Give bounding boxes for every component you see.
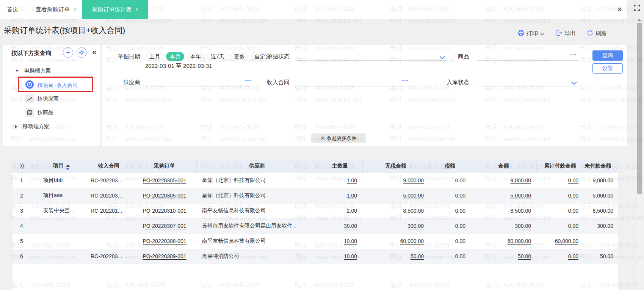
date-pill-本月[interactable]: 本月 xyxy=(166,52,184,61)
cell-project: 项目aaa xyxy=(38,188,85,203)
supplier-input[interactable]: ••• xyxy=(146,77,254,86)
sidebar-item-project-contract[interactable]: 按项目+收入合同 xyxy=(25,80,78,90)
add-plan-button[interactable]: + xyxy=(63,47,73,58)
more-options-icon[interactable]: ••• xyxy=(245,78,252,83)
cell-qty-link[interactable]: 1.00 xyxy=(318,173,362,188)
close-icon[interactable]: × xyxy=(617,0,622,19)
cell-untaxed-link[interactable]: 50.00 xyxy=(362,249,429,264)
cell-po-link[interactable]: PO-20220305-001 xyxy=(133,173,196,188)
cell-untaxed-link[interactable]: 60,000.00 xyxy=(362,234,429,249)
more-options-icon[interactable]: ••• xyxy=(570,52,577,57)
contract-input[interactable]: ••• xyxy=(297,77,411,86)
column-header-supplier[interactable]: 供应商 xyxy=(196,159,318,173)
cell-amount-link[interactable]: 300.00 xyxy=(471,218,536,234)
date-pill-本年[interactable]: 本年 xyxy=(186,52,205,61)
date-filter-label: 单据日期 xyxy=(114,53,140,60)
cell-po-link[interactable]: PO-20220305-001 xyxy=(133,188,196,203)
collapse-sidebar-icon[interactable]: « xyxy=(92,48,96,56)
column-header-unpaid-amount[interactable]: 未付款金额 xyxy=(584,159,618,173)
query-button[interactable]: 查询 xyxy=(592,50,623,61)
cell-amount-link[interactable]: 60,000.00 xyxy=(471,234,536,249)
cell-paid-link[interactable]: 0.00 xyxy=(536,203,584,218)
cell-paid-link[interactable]: 60,000.00 xyxy=(536,234,584,249)
tab-home[interactable]: 首页 xyxy=(7,0,18,19)
cell-qty-link[interactable]: 2.00 xyxy=(318,203,362,218)
cell-po-link[interactable]: PO-20220307-001 xyxy=(133,218,196,234)
status-select[interactable] xyxy=(297,51,447,61)
tab-purchase-order-stats[interactable]: 采购订单统计表 × xyxy=(82,0,148,19)
date-range-value[interactable]: 2022-03-01 至 2022-03-31 xyxy=(145,63,212,70)
row-number: 4 xyxy=(13,218,38,234)
chevron-down-icon[interactable] xyxy=(571,80,577,86)
cell-po-link[interactable]: PO-20220308-001 xyxy=(133,234,196,249)
cell-paid-link[interactable]: 0.00 xyxy=(536,173,584,188)
date-pill-近7天[interactable]: 近7天 xyxy=(207,52,228,61)
cell-po-link[interactable]: PO-20220310-001 xyxy=(133,203,196,218)
fullscreen-icon[interactable] xyxy=(634,5,640,13)
cell-unpaid: 9,000.00 xyxy=(584,173,618,188)
close-tab-icon[interactable]: × xyxy=(135,6,138,13)
column-header-amount[interactable]: 金额 xyxy=(471,159,536,173)
results-table-panel: 项目 收入合同 采购订单 供应商 主数量 无税金额 税额 金额 累计付款金额 未… xyxy=(13,159,618,290)
list-icon xyxy=(25,108,34,117)
stockin-select[interactable] xyxy=(477,77,579,86)
print-button[interactable]: 打印 xyxy=(518,30,544,37)
column-header-paid-amount[interactable]: 累计付款金额 xyxy=(536,159,584,173)
export-button[interactable]: 导出 xyxy=(556,30,576,37)
cell-amount-link[interactable]: 50.00 xyxy=(471,249,536,264)
cell-paid-link[interactable]: 0.00 xyxy=(536,249,584,264)
column-header-contract[interactable]: 收入合同 xyxy=(85,159,133,173)
sidebar-item-supplier[interactable]: 按供应商 xyxy=(25,94,59,103)
cell-paid-link[interactable]: 0.00 xyxy=(536,188,584,203)
date-pill-上月[interactable]: 上月 xyxy=(146,52,164,61)
cell-supplier: 星知（北京）科技有限公司 xyxy=(196,188,318,203)
row-number: 1 xyxy=(13,173,38,188)
cell-qty-link[interactable]: 10.00 xyxy=(318,249,362,264)
cell-paid-link[interactable]: 0.00 xyxy=(536,218,584,234)
row-number: 5 xyxy=(13,234,38,249)
column-header-project[interactable]: 项目 xyxy=(38,159,85,173)
sidebar-title: 按以下方案查询 xyxy=(11,50,51,57)
scrollbar-thumb[interactable] xyxy=(637,23,642,194)
cell-supplier: 南平友畅信息科技有限公司 xyxy=(196,203,318,218)
close-tab-icon[interactable]: × xyxy=(74,6,77,13)
column-header-tax[interactable]: 税额 xyxy=(429,159,471,173)
sidebar-group-pc[interactable]: 电脑端方案 xyxy=(15,67,51,74)
sort-icon[interactable] xyxy=(66,165,70,170)
cell-untaxed-link[interactable]: 300.00 xyxy=(362,218,429,234)
more-options-icon[interactable]: ••• xyxy=(402,78,409,83)
app-window: 首页 查看采购订单 × 采购订单统计表 × × 采购订单统计表(按项目+收入合同… xyxy=(0,0,644,290)
contract-filter-label: 收入合同 xyxy=(263,79,290,86)
cell-untaxed-link[interactable]: 9,000.00 xyxy=(362,173,429,188)
cell-qty-link[interactable]: 30.00 xyxy=(318,218,362,234)
column-header-qty[interactable]: 主数量 xyxy=(318,159,362,173)
row-number: 6 xyxy=(13,249,38,264)
cell-qty-link[interactable]: 10.00 xyxy=(318,234,362,249)
cell-amount-link[interactable]: 9,000.00 xyxy=(471,173,536,188)
cell-untaxed-link[interactable]: 5,000.00 xyxy=(362,188,429,203)
goods-input[interactable]: ••• xyxy=(477,51,579,61)
refresh-button[interactable]: 刷新 xyxy=(587,30,607,37)
column-header-purchase-order[interactable]: 采购订单 xyxy=(133,159,196,173)
sidebar-group-mobile[interactable]: 移动端方案 xyxy=(15,123,49,130)
cell-amount-link[interactable]: 8,500.00 xyxy=(471,203,536,218)
cell-amount-link[interactable]: 5,000.00 xyxy=(471,188,536,203)
settings-button[interactable]: 设置 xyxy=(592,63,623,74)
column-settings-gear-icon[interactable] xyxy=(13,159,38,173)
caret-down-icon[interactable] xyxy=(15,70,19,72)
cell-qty-link[interactable]: 1.00 xyxy=(318,188,362,203)
cell-tax: 0.00 xyxy=(429,188,471,203)
table-row: 3安装中央空...RC-202201...PO-20220310-001南平友畅… xyxy=(13,203,618,218)
date-pill-更多[interactable]: 更多 xyxy=(230,52,249,61)
collapse-more-conditions-button[interactable]: 收起更多条件 xyxy=(311,133,366,143)
column-header-untaxed-amount[interactable]: 无税金额 xyxy=(362,159,429,173)
tab-view-purchase-orders[interactable]: 查看采购订单 × xyxy=(36,0,77,19)
cell-tax: 0.00 xyxy=(429,203,471,218)
sidebar-item-goods[interactable]: 按商品 xyxy=(25,108,53,117)
plan-settings-button[interactable] xyxy=(77,47,87,58)
scrollbar-up-arrow-icon[interactable] xyxy=(638,19,641,21)
cell-untaxed-link[interactable]: 8,500.00 xyxy=(362,203,429,218)
gear-icon xyxy=(79,50,85,55)
caret-right-icon[interactable] xyxy=(15,125,17,129)
cell-po-link[interactable]: PO-20220309-001 xyxy=(133,249,196,264)
